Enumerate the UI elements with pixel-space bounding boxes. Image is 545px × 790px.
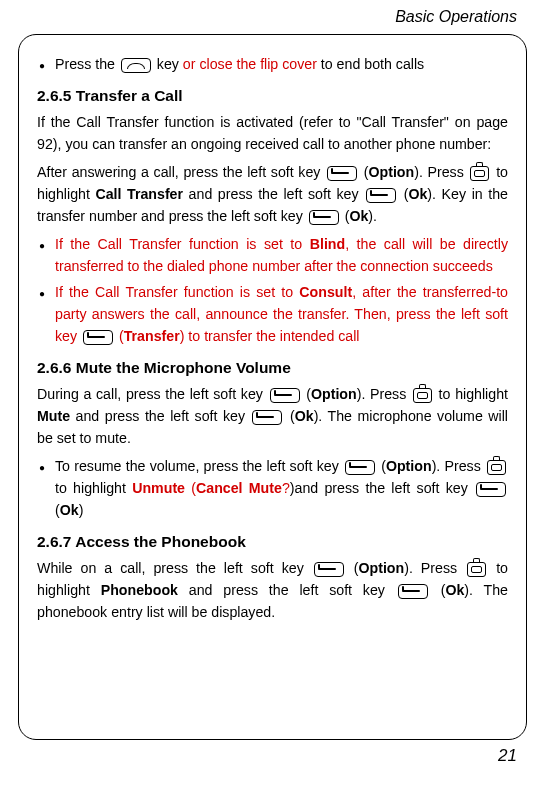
left-softkey-icon — [366, 188, 396, 203]
bullet-text: Press the key or close the flip cover to… — [55, 53, 508, 75]
t: ( — [346, 560, 359, 576]
nav-key-icon — [467, 562, 486, 577]
t: ? — [282, 480, 290, 496]
t: and press the left soft key — [183, 186, 364, 202]
bullet-icon: ● — [37, 233, 55, 254]
t: Ok — [408, 186, 427, 202]
t: Mute — [37, 408, 70, 424]
heading-266: 2.6.6 Mute the Microphone Volume — [37, 359, 508, 377]
para: If the Call Transfer function is activat… — [37, 111, 508, 155]
t: ). Press — [432, 458, 485, 474]
t: ) to transfer the intended call — [180, 328, 360, 344]
text: to end both calls — [317, 56, 424, 72]
bullet-unmute: ● To resume the volume, press the left s… — [37, 455, 508, 521]
nav-key-icon — [487, 460, 506, 475]
bullet-icon: ● — [37, 455, 55, 476]
t: ). — [368, 208, 377, 224]
t: Option — [369, 164, 415, 180]
heading-267: 2.6.7 Access the Phonebook — [37, 533, 508, 551]
bullet-blind: ● If the Call Transfer function is set t… — [37, 233, 508, 277]
page-header: Basic Operations — [0, 0, 545, 30]
t: ( — [302, 386, 311, 402]
text-red: or close the flip cover — [183, 56, 317, 72]
bullet-icon: ● — [37, 53, 55, 74]
t: ( — [284, 408, 294, 424]
t: Ok — [445, 582, 464, 598]
t: ( — [185, 480, 196, 496]
page-number: 21 — [0, 740, 545, 766]
t: and press the left soft key — [178, 582, 396, 598]
t: ). Press — [404, 560, 465, 576]
left-softkey-icon — [327, 166, 357, 181]
t: To resume the volume, press the left sof… — [55, 458, 343, 474]
t: and press the left soft key — [70, 408, 250, 424]
t: Call Transfer — [95, 186, 183, 202]
t: Blind — [310, 236, 345, 252]
t: Option — [358, 560, 404, 576]
t: If the Call Transfer function is set to — [55, 236, 310, 252]
bullet-end-call: ● Press the key or close the flip cover … — [37, 53, 508, 75]
para: After answering a call, press the left s… — [37, 161, 508, 227]
bullet-icon: ● — [37, 281, 55, 302]
t: ( — [377, 458, 386, 474]
t: Cancel Mute — [196, 480, 282, 496]
t: Ok — [295, 408, 314, 424]
t: ( — [398, 186, 408, 202]
text: Press the — [55, 56, 119, 72]
t: Transfer — [124, 328, 180, 344]
bullet-text: If the Call Transfer function is set to … — [55, 233, 508, 277]
left-softkey-icon — [309, 210, 339, 225]
t: to highlight — [55, 480, 132, 496]
left-softkey-icon — [345, 460, 375, 475]
t: Option — [386, 458, 432, 474]
left-softkey-icon — [270, 388, 300, 403]
para: While on a call, press the left soft key… — [37, 557, 508, 623]
left-softkey-icon — [476, 482, 506, 497]
t: Phonebook — [101, 582, 178, 598]
left-softkey-icon — [83, 330, 113, 345]
left-softkey-icon — [314, 562, 344, 577]
heading-265: 2.6.5 Transfer a Call — [37, 87, 508, 105]
t: ( — [430, 582, 446, 598]
t: If the Call Transfer function is set to — [55, 284, 299, 300]
end-call-key-icon — [121, 58, 151, 73]
left-softkey-icon — [398, 584, 428, 599]
t: After answering a call, press the left s… — [37, 164, 325, 180]
para: During a call, press the left soft key (… — [37, 383, 508, 449]
t: ( — [115, 328, 124, 344]
t: ) — [79, 502, 84, 518]
bullet-text: To resume the volume, press the left sof… — [55, 455, 508, 521]
t: Ok — [349, 208, 368, 224]
bullet-text: If the Call Transfer function is set to … — [55, 281, 508, 347]
bullet-consult: ● If the Call Transfer function is set t… — [37, 281, 508, 347]
t: While on a call, press the left soft key — [37, 560, 312, 576]
left-softkey-icon — [252, 410, 282, 425]
nav-key-icon — [413, 388, 432, 403]
t: During a call, press the left soft key — [37, 386, 268, 402]
t: Consult — [299, 284, 352, 300]
content-frame: ● Press the key or close the flip cover … — [18, 34, 527, 740]
t: to highlight — [434, 386, 508, 402]
t: ( — [359, 164, 368, 180]
t: )and press the left soft key — [290, 480, 474, 496]
t: Option — [311, 386, 357, 402]
t: ). Press — [414, 164, 468, 180]
t: ). Press — [357, 386, 411, 402]
t: Unmute — [132, 480, 185, 496]
nav-key-icon — [470, 166, 489, 181]
t: Ok — [60, 502, 79, 518]
